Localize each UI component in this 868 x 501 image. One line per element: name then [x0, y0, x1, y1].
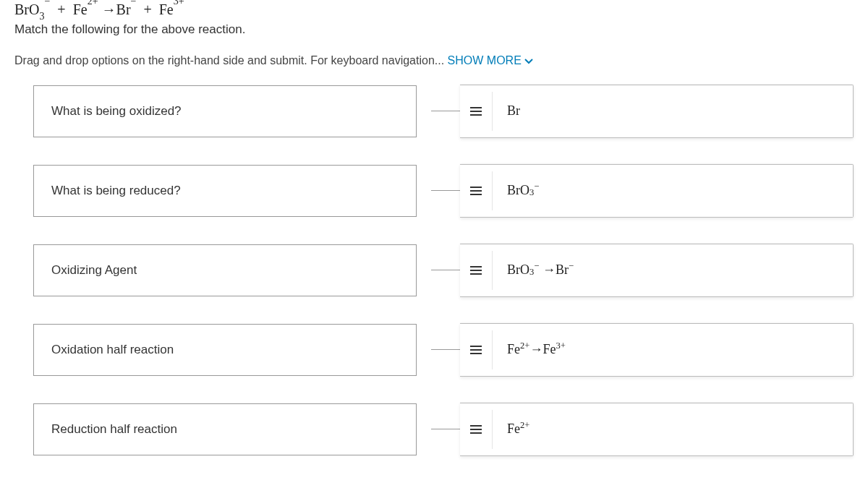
match-row: Oxidizing Agent BrO3− →Br− — [14, 244, 854, 297]
connector-line — [431, 349, 460, 350]
match-instruction: Match the following for the above reacti… — [14, 22, 854, 37]
match-container: What is being oxidized? Br What is being… — [14, 85, 854, 456]
answer-box[interactable]: Fe2+→Fe3+ — [460, 323, 854, 377]
prompt-label: Oxidizing Agent — [51, 263, 137, 278]
prompt-box: Oxidation half reaction — [33, 324, 417, 376]
answer-box[interactable]: Br — [460, 85, 854, 138]
reaction-equation: BrO3− + Fe2+ →Br− + Fe3+ — [14, 0, 854, 21]
prompt-label: What is being reduced? — [51, 184, 181, 198]
drag-handle-icon[interactable] — [460, 403, 492, 455]
drag-handle-icon[interactable] — [460, 85, 492, 137]
prompt-label: Oxidation half reaction — [51, 343, 174, 357]
prompt-box: Oxidizing Agent — [33, 244, 417, 296]
connector-line — [431, 270, 460, 270]
answer-box[interactable]: BrO3− — [460, 164, 854, 218]
prompt-label: Reduction half reaction — [51, 422, 177, 437]
connector-line — [431, 111, 460, 111]
answer-content: Fe2+→Fe3+ — [492, 330, 580, 369]
drag-handle-icon[interactable] — [460, 324, 492, 376]
drag-instruction: Drag and drop options on the right-hand … — [14, 54, 854, 67]
answer-content: BrO3− →Br− — [492, 251, 588, 290]
show-more-link[interactable]: SHOW MORE — [448, 54, 533, 67]
connector-line — [431, 429, 460, 429]
answer-box[interactable]: Fe2+ — [460, 403, 854, 456]
match-row: Oxidation half reaction Fe2+→Fe3+ — [14, 323, 854, 377]
match-row: Reduction half reaction Fe2+ — [14, 403, 854, 456]
prompt-box: Reduction half reaction — [33, 403, 417, 455]
match-row: What is being oxidized? Br — [14, 85, 854, 138]
answer-content: Br — [492, 92, 535, 131]
chevron-down-icon — [524, 54, 533, 67]
prompt-box: What is being reduced? — [33, 165, 417, 217]
answer-box[interactable]: BrO3− →Br− — [460, 244, 854, 297]
drag-handle-icon[interactable] — [460, 165, 492, 217]
connector-line — [431, 190, 460, 191]
prompt-label: What is being oxidized? — [51, 104, 182, 119]
answer-content: Fe2+ — [492, 410, 544, 449]
match-row: What is being reduced? BrO3− — [14, 164, 854, 218]
drag-handle-icon[interactable] — [460, 244, 492, 296]
answer-content: BrO3− — [492, 171, 553, 210]
prompt-box: What is being oxidized? — [33, 85, 417, 137]
